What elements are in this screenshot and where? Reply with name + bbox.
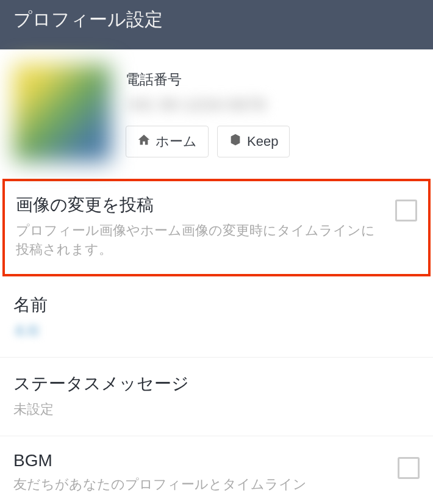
name-title: 名前 (13, 293, 420, 317)
bgm-title: BGM (13, 451, 385, 470)
avatar[interactable] (13, 64, 111, 162)
keep-button-label: Keep (247, 134, 278, 149)
image-change-title: 画像の変更を投稿 (16, 193, 383, 217)
image-change-description: プロフィール画像やホーム画像の変更時にタイムラインに投稿されます。 (16, 221, 383, 259)
keep-button[interactable]: Keep (217, 126, 290, 157)
profile-section: 電話番号 +81 90-1234-5678 ホーム Keep (0, 49, 433, 176)
image-change-checkbox[interactable] (395, 200, 417, 221)
page-title: プロフィール設定 (13, 9, 163, 29)
phone-value: +81 90-1234-5678 (126, 95, 420, 115)
bgm-description: 友だちがあなたのプロフィールとタイムライン (13, 475, 385, 494)
name-value: 名前 (13, 322, 420, 340)
section-status[interactable]: ステータスメッセージ 未設定 (0, 358, 433, 436)
keep-icon (229, 133, 242, 150)
phone-label: 電話番号 (126, 70, 420, 89)
home-icon (137, 133, 151, 150)
section-name[interactable]: 名前 名前 (0, 279, 433, 358)
header-bar: プロフィール設定 (0, 0, 433, 49)
section-bgm[interactable]: BGM 友だちがあなたのプロフィールとタイムライン (0, 436, 433, 504)
profile-info: 電話番号 +81 90-1234-5678 ホーム Keep (126, 64, 420, 157)
home-button[interactable]: ホーム (126, 126, 209, 157)
home-button-label: ホーム (156, 132, 197, 151)
profile-buttons: ホーム Keep (126, 126, 420, 157)
settings-list: 画像の変更を投稿 プロフィール画像やホーム画像の変更時にタイムラインに投稿されま… (0, 179, 433, 504)
status-value: 未設定 (13, 400, 420, 419)
bgm-checkbox[interactable] (398, 457, 420, 479)
status-title: ステータスメッセージ (13, 372, 420, 395)
section-image-change[interactable]: 画像の変更を投稿 プロフィール画像やホーム画像の変更時にタイムラインに投稿されま… (2, 179, 431, 276)
